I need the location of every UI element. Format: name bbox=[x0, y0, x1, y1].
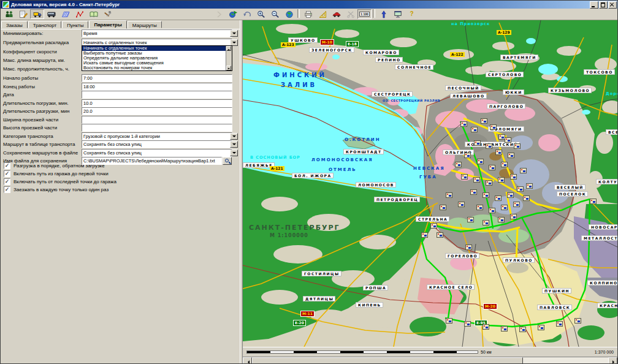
traffic-button[interactable] bbox=[329, 9, 343, 19]
delivery-point-marker[interactable] bbox=[556, 321, 563, 327]
delivery-point-marker[interactable] bbox=[517, 186, 524, 192]
delivery-point-marker[interactable] bbox=[483, 192, 489, 198]
scroll-right-icon[interactable] bbox=[608, 357, 617, 364]
delivery-point-marker[interactable] bbox=[465, 245, 472, 250]
orders-edit-button[interactable] bbox=[16, 9, 30, 19]
dropdown-arrow-icon[interactable] bbox=[230, 141, 238, 148]
help-button[interactable]: ? bbox=[405, 9, 419, 19]
popup-scroll-up-icon[interactable] bbox=[226, 46, 231, 51]
delivery-point-marker[interactable] bbox=[519, 327, 526, 332]
bus-routes-button[interactable] bbox=[44, 9, 58, 19]
delivery-point-marker[interactable] bbox=[471, 127, 478, 132]
delivery-point-marker[interactable] bbox=[538, 325, 544, 330]
delivery-point-marker[interactable] bbox=[437, 232, 443, 238]
delivery-point-marker[interactable] bbox=[464, 321, 471, 327]
measure-button[interactable] bbox=[315, 9, 329, 19]
tab-маршруты[interactable]: Маршруты bbox=[128, 21, 162, 28]
delivery-point-marker[interactable] bbox=[446, 192, 452, 198]
delivery-point-marker[interactable] bbox=[513, 202, 520, 207]
checkbox[interactable]: ✓ bbox=[4, 186, 10, 193]
delivery-point-marker[interactable] bbox=[508, 153, 514, 158]
transport-button[interactable] bbox=[30, 9, 44, 19]
map-window-button[interactable] bbox=[391, 9, 405, 19]
delivery-point-marker[interactable] bbox=[514, 143, 521, 149]
delivery-point-marker[interactable] bbox=[495, 150, 502, 155]
delivery-point-marker[interactable] bbox=[501, 326, 508, 332]
dropdown-arrow-icon[interactable] bbox=[230, 133, 238, 140]
map-canvas[interactable]: УШКОВОЗЕЛЕНОГОРСККОМАРОВОРЕПИНОСОЛНЕЧНОЕ… bbox=[243, 20, 618, 347]
browse-file-button[interactable] bbox=[223, 157, 232, 165]
text-field[interactable]: 18:00 bbox=[82, 83, 232, 91]
delivery-point-marker[interactable] bbox=[461, 174, 468, 180]
popup-scrollbar[interactable] bbox=[226, 46, 232, 70]
text-field[interactable] bbox=[82, 116, 232, 124]
delivery-point-marker[interactable] bbox=[489, 165, 495, 170]
settings-tools-button[interactable] bbox=[101, 9, 115, 19]
delivery-point-marker[interactable] bbox=[476, 205, 483, 210]
delivery-point-marker[interactable] bbox=[481, 118, 487, 124]
delivery-point-marker[interactable] bbox=[467, 217, 474, 222]
reference-book-button[interactable] bbox=[86, 9, 101, 19]
zoom-out-button[interactable] bbox=[268, 9, 282, 19]
dropdown-field[interactable]: Время bbox=[82, 29, 232, 37]
delivery-point-marker[interactable] bbox=[455, 162, 462, 167]
cut-route-button[interactable] bbox=[343, 9, 357, 19]
dropdown-arrow-icon[interactable] bbox=[230, 150, 238, 156]
delivery-point-marker[interactable] bbox=[474, 140, 481, 146]
delivery-point-marker[interactable] bbox=[498, 177, 505, 183]
map-horizontal-scrollbar[interactable] bbox=[243, 357, 617, 364]
delivery-point-marker[interactable] bbox=[520, 168, 527, 173]
delivery-point-marker[interactable] bbox=[495, 195, 502, 201]
full-extent-button[interactable] bbox=[282, 9, 296, 19]
delivery-point-marker[interactable] bbox=[440, 205, 446, 210]
select-point-button[interactable] bbox=[376, 9, 391, 19]
delivery-point-marker[interactable] bbox=[526, 183, 533, 189]
text-field[interactable] bbox=[82, 91, 232, 99]
delivery-point-marker[interactable] bbox=[523, 195, 530, 201]
routing-button[interactable] bbox=[72, 9, 86, 19]
delivery-point-marker[interactable] bbox=[464, 153, 471, 158]
delivery-point-marker[interactable] bbox=[501, 205, 508, 210]
delivery-point-marker[interactable] bbox=[421, 232, 428, 238]
delivery-point-marker[interactable] bbox=[510, 214, 517, 219]
delivery-point-marker[interactable] bbox=[470, 189, 477, 195]
tab-заказы[interactable]: Заказы bbox=[1, 21, 28, 28]
delivery-point-marker[interactable] bbox=[430, 223, 437, 229]
checkbox[interactable]: ✓ bbox=[4, 162, 10, 169]
tab-пункты[interactable]: Пункты bbox=[62, 21, 88, 28]
delivery-point-marker[interactable] bbox=[473, 177, 480, 183]
popup-item[interactable]: Восстановить по номерам точек bbox=[82, 66, 232, 70]
delivery-point-marker[interactable] bbox=[483, 324, 489, 330]
maximize-button[interactable] bbox=[599, 1, 608, 9]
delivery-point-marker[interactable] bbox=[505, 137, 511, 143]
delivery-point-marker[interactable] bbox=[590, 199, 597, 204]
delivery-point-marker[interactable] bbox=[501, 162, 508, 167]
zoom-in-button[interactable] bbox=[254, 9, 268, 19]
text-field[interactable]: 7:00 bbox=[82, 74, 232, 82]
popup-scroll-down-icon[interactable] bbox=[226, 66, 231, 70]
tab-параметры[interactable]: Параметры bbox=[89, 20, 126, 29]
scroll-left-icon[interactable] bbox=[243, 357, 252, 364]
dropdown-field[interactable]: Сохранять без списка улиц bbox=[82, 140, 232, 148]
checkbox[interactable]: ✓ bbox=[4, 178, 10, 185]
delivery-point-marker[interactable] bbox=[486, 180, 492, 186]
delivery-point-marker[interactable] bbox=[498, 217, 505, 222]
undo-button[interactable] bbox=[240, 9, 254, 19]
delivery-point-marker[interactable] bbox=[483, 220, 489, 226]
minimize-button[interactable] bbox=[590, 1, 598, 9]
print-button[interactable] bbox=[301, 9, 315, 19]
delivery-point-marker[interactable] bbox=[489, 208, 495, 213]
delivery-point-marker[interactable] bbox=[574, 318, 581, 324]
delivery-point-marker[interactable] bbox=[460, 121, 467, 127]
delivery-point-marker[interactable] bbox=[507, 192, 514, 198]
text-field[interactable]: 10.0 bbox=[82, 99, 232, 107]
dropdown-field[interactable]: Сохранять без списка улиц bbox=[82, 149, 232, 157]
dropdown-field[interactable]: Грузовой с пропуском 1-й категории bbox=[82, 132, 232, 140]
delivery-point-marker[interactable] bbox=[477, 159, 484, 164]
text-field[interactable]: 20.0 bbox=[82, 107, 232, 115]
delivery-point-marker[interactable] bbox=[458, 202, 465, 207]
clients-button[interactable] bbox=[2, 9, 16, 19]
delivery-point-marker[interactable] bbox=[490, 124, 497, 130]
delivery-point-marker[interactable] bbox=[486, 143, 492, 149]
goto-object-button[interactable] bbox=[226, 9, 240, 19]
